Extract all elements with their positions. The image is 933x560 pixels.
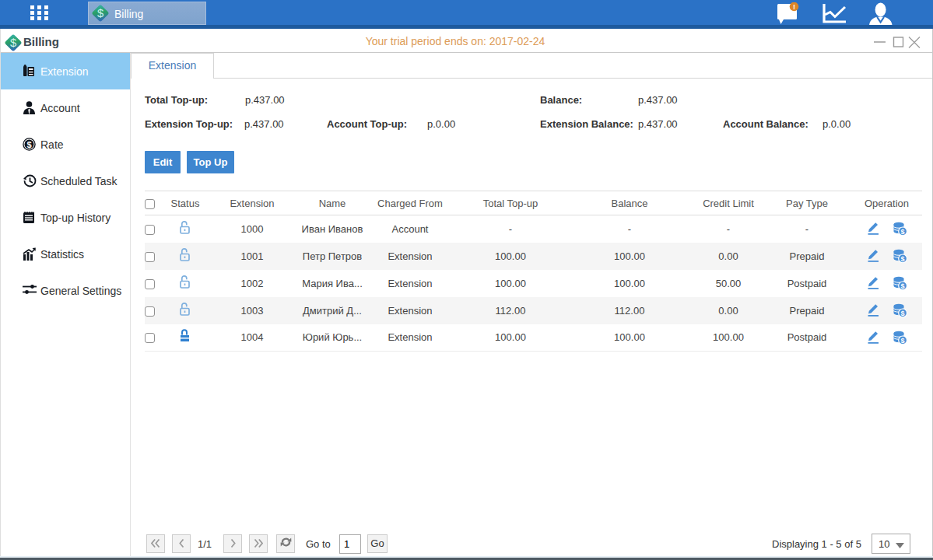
svg-text:$: $ xyxy=(97,7,103,19)
svg-text:$: $ xyxy=(26,140,31,149)
svg-text:!: ! xyxy=(793,3,795,11)
